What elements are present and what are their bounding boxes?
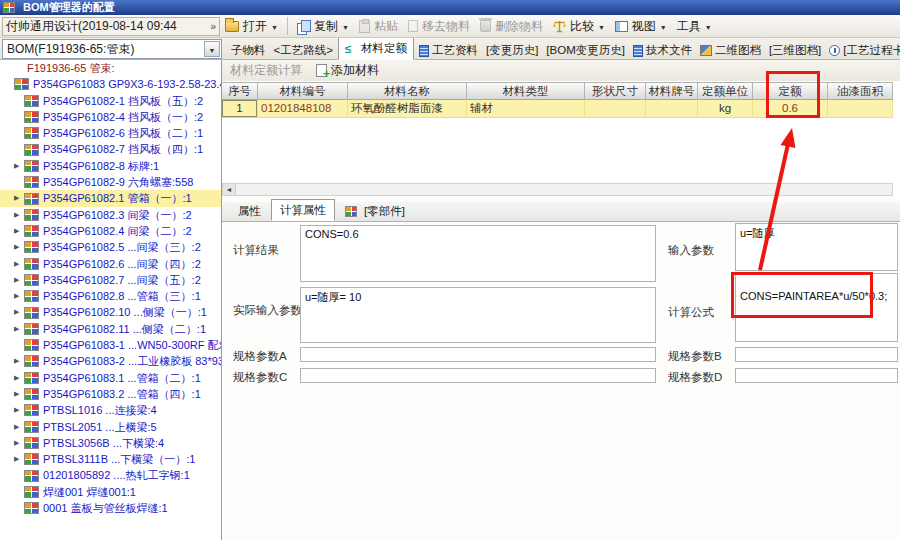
- add-material-button[interactable]: 添加材料: [316, 62, 379, 79]
- detail-tab-calc-attributes[interactable]: 计算属性: [271, 199, 335, 221]
- tree-item[interactable]: ▶P354GP61082.10 ...侧梁（一）:1: [0, 304, 221, 320]
- bom-select[interactable]: BOM(F191936-65:管束): [2, 39, 222, 59]
- column-header[interactable]: 定额单位: [698, 83, 753, 99]
- table-cell[interactable]: 1: [222, 100, 258, 117]
- expand-arrow-icon[interactable]: ▶: [14, 386, 24, 402]
- tab-tech-files[interactable]: 技术文件: [630, 40, 695, 60]
- column-header[interactable]: 材料类型: [467, 83, 585, 99]
- tree-item[interactable]: P354GP61083-1 ...WN50-300RF 配对法兰:4: [0, 337, 221, 353]
- tab-material-quota[interactable]: 材料定额: [338, 38, 414, 60]
- tree-item[interactable]: ▶P354GP61083.1 ...管箱（二）:1: [0, 370, 221, 386]
- tab-change-history[interactable]: [变更历史]: [483, 40, 541, 60]
- tree-item[interactable]: 01201805892 ....热轧工字钢:1: [0, 467, 221, 483]
- expand-arrow-icon[interactable]: ▶: [14, 451, 24, 467]
- column-header[interactable]: 材料牌号: [646, 83, 698, 99]
- column-header[interactable]: 形状尺寸: [585, 83, 646, 99]
- tree-item[interactable]: ▶P354GP61083.2 ...管箱（四）:1: [0, 386, 221, 402]
- expand-arrow-icon[interactable]: ▶: [14, 288, 24, 304]
- column-header[interactable]: 油漆面积: [828, 83, 893, 99]
- tree-item[interactable]: ▶P354GP61082-8 标牌:1: [0, 158, 221, 174]
- paste-label: 粘贴: [374, 18, 398, 35]
- spec-d-field[interactable]: [735, 368, 898, 383]
- tools-button[interactable]: 工具: [672, 16, 717, 37]
- tree-item[interactable]: P354GP61082-9 六角螺塞:558: [0, 174, 221, 190]
- tree-item[interactable]: ▶P354GP61082.4 间梁（二）:2: [0, 223, 221, 239]
- tree-item[interactable]: ▶PTBSL1016 ...连接梁:4: [0, 402, 221, 418]
- tab-bom-change-history[interactable]: [BOM变更历史]: [543, 40, 628, 60]
- tree-item[interactable]: ▶P354GP61083-2 ...工业橡胶板 83*93*93:4: [0, 353, 221, 369]
- tree-item[interactable]: ▶P354GP61082.8 ...管箱（三）:1: [0, 288, 221, 304]
- spec-b-field[interactable]: [735, 347, 898, 362]
- table-cell[interactable]: [828, 100, 893, 117]
- table-cell[interactable]: 环氧酚醛树脂面漆: [348, 100, 467, 117]
- expand-arrow-icon[interactable]: ▶: [14, 435, 24, 451]
- tree-item[interactable]: P354GP61082-7 挡风板（四）:1: [0, 141, 221, 157]
- expand-arrow-icon[interactable]: ▶: [14, 304, 24, 320]
- expand-arrow-icon[interactable]: ▶: [14, 272, 24, 288]
- open-button[interactable]: 打开: [220, 16, 283, 37]
- table-row[interactable]: 101201848108环氧酚醛树脂面漆辅材kg0.6: [222, 100, 893, 118]
- tree-item[interactable]: ▶PTBSL2051 ...上横梁:5: [0, 419, 221, 435]
- expand-arrow-icon[interactable]: ▶: [14, 223, 24, 239]
- tree-item[interactable]: ▶P354GP61082.6 ...间梁（四）:2: [0, 256, 221, 272]
- tree-item[interactable]: 焊缝001 焊缝001:1: [0, 484, 221, 500]
- expand-arrow-icon[interactable]: ▶: [14, 321, 24, 337]
- tree-item[interactable]: P354GP61082-4 挡风板（一）:2: [0, 109, 221, 125]
- column-header[interactable]: 材料名称: [348, 83, 467, 99]
- formula-field[interactable]: CONS=PAINTAREA*u/50*0.3;: [735, 273, 898, 342]
- expand-arrow-icon[interactable]: ▶: [14, 402, 24, 418]
- tree-item[interactable]: F191936-65 管束:: [0, 60, 221, 76]
- detail-tab-parts[interactable]: [零部件]: [337, 201, 413, 221]
- table-cell[interactable]: [646, 100, 698, 117]
- expand-arrow-icon[interactable]: ▶: [14, 370, 24, 386]
- tree-item[interactable]: ▶P354GP61082.1 管箱（一）:1: [0, 190, 221, 206]
- spec-c-field[interactable]: [300, 368, 656, 383]
- tree-item[interactable]: P354GP61082-1 挡风板（五）:2: [0, 93, 221, 109]
- expand-arrow-icon[interactable]: ▶: [14, 207, 24, 223]
- tree-item[interactable]: P354GP61083 GP9X3-6-193-2.58-23.4/DR-III…: [0, 76, 221, 92]
- tree-item[interactable]: ▶P354GP61082.7 ...间梁（五）:2: [0, 272, 221, 288]
- profile-selector[interactable]: 付帅通用设计(2019-08-14 09:44 »: [2, 17, 220, 36]
- tab-label: [三维图档]: [769, 43, 821, 58]
- tree-item[interactable]: ▶P354GP61082.11 ...侧梁（二）:1: [0, 321, 221, 337]
- combo-dropdown-button[interactable]: [204, 41, 220, 57]
- detail-tab-attributes[interactable]: 属性: [230, 201, 269, 221]
- tab-drawing-3d[interactable]: [三维图档]: [766, 40, 824, 60]
- tree-item[interactable]: P354GP61082-6 挡风板（二）:1: [0, 125, 221, 141]
- table-cell[interactable]: 01201848108: [258, 100, 348, 117]
- expand-arrow-icon[interactable]: ▶: [14, 158, 24, 174]
- tree-item[interactable]: ▶P354GP61082.3 间梁（一）:2: [0, 207, 221, 223]
- table-cell[interactable]: kg: [698, 100, 753, 117]
- tree-item[interactable]: 0001 盖板与管丝板焊缝:1: [0, 500, 221, 516]
- column-header[interactable]: 定额: [753, 83, 828, 99]
- input-param-field[interactable]: u=随厚: [735, 223, 898, 271]
- table-cell[interactable]: [585, 100, 646, 117]
- scroll-left-icon[interactable]: ◄: [223, 184, 236, 195]
- tab-process-card[interactable]: [工艺过程卡]: [826, 40, 900, 60]
- actual-input-field[interactable]: u=随厚= 10: [300, 287, 656, 343]
- tree-item[interactable]: ▶PTBSL3056B ...下横梁:4: [0, 435, 221, 451]
- dropdown-arrow-icon: [598, 19, 605, 33]
- chevron-right-icon[interactable]: »: [210, 21, 216, 32]
- expand-arrow-icon[interactable]: ▶: [14, 256, 24, 272]
- table-cell[interactable]: 辅材: [467, 100, 585, 117]
- column-header[interactable]: 序号: [222, 83, 258, 99]
- view-button[interactable]: 视图: [610, 16, 672, 37]
- expand-arrow-icon[interactable]: ▶: [14, 419, 24, 435]
- spec-a-field[interactable]: [300, 347, 656, 362]
- tree-item[interactable]: ▶PTBSL3111B ...下横梁（一）:1: [0, 451, 221, 467]
- tree-item[interactable]: ▶P354GP61082.5 ...间梁（三）:2: [0, 239, 221, 255]
- compare-button[interactable]: 比较: [548, 16, 610, 37]
- copy-button[interactable]: 复制: [292, 16, 354, 37]
- tab-process-route[interactable]: <工艺路线>: [271, 40, 336, 60]
- column-header[interactable]: 材料编号: [258, 83, 348, 99]
- horizontal-scrollbar[interactable]: ◄: [222, 183, 893, 196]
- expand-arrow-icon[interactable]: ▶: [14, 239, 24, 255]
- tab-drawing-2d[interactable]: 二维图档: [697, 40, 764, 60]
- calc-result-field[interactable]: CONS=0.6: [300, 225, 656, 282]
- tab-process-data[interactable]: 工艺资料: [416, 40, 481, 60]
- table-cell[interactable]: 0.6: [753, 100, 828, 117]
- expand-arrow-icon[interactable]: ▶: [14, 190, 24, 206]
- expand-arrow-icon[interactable]: ▶: [14, 353, 24, 369]
- tab-sub-material[interactable]: 子物料: [228, 40, 269, 60]
